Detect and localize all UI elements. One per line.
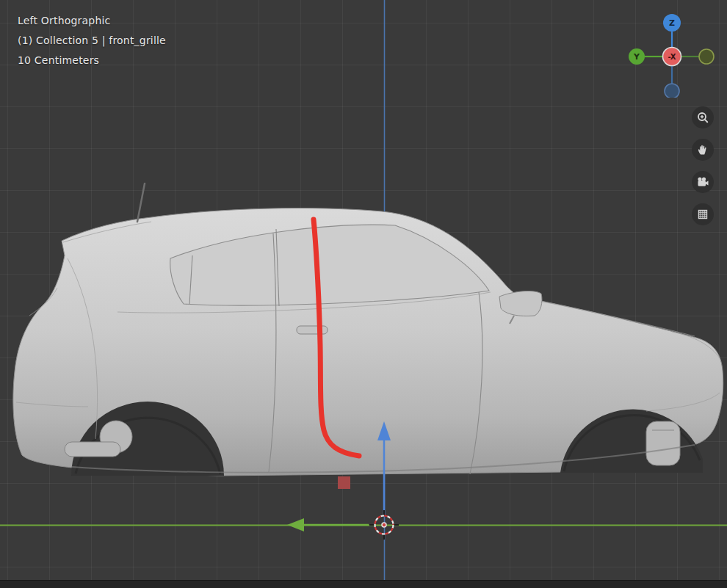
collection-label: (1) Collection 5 | front_grille	[18, 31, 166, 51]
3d-cursor	[369, 510, 399, 540]
grid-button[interactable]	[692, 203, 714, 225]
gizmo-z-axis[interactable]: Z	[663, 14, 681, 32]
car-model[interactable]	[13, 184, 723, 476]
side-mirror	[499, 291, 542, 316]
scale-label: 10 Centimeters	[18, 51, 166, 70]
muffler-part	[65, 442, 120, 457]
view-label: Left Orthographic	[18, 11, 166, 31]
annotation-marker	[338, 476, 350, 489]
gizmo-y-axis[interactable]: Y	[629, 48, 645, 65]
svg-text:Z: Z	[669, 18, 675, 28]
zoom-icon	[696, 111, 709, 124]
svg-text:Y: Y	[633, 52, 640, 62]
svg-text:-X: -X	[668, 53, 676, 61]
bottom-editor-edge	[0, 580, 727, 588]
viewport-header: Left Orthographic (1) Collection 5 | fro…	[18, 11, 166, 70]
door-handle	[297, 326, 328, 334]
front-brake-part	[646, 421, 680, 465]
grid-icon	[696, 208, 709, 221]
camera-view-button[interactable]	[692, 171, 714, 193]
navigation-gizmo[interactable]: Z Y -X	[626, 7, 717, 98]
gizmo-neg-x-axis[interactable]: -X	[663, 48, 681, 66]
viewport-canvas[interactable]	[0, 0, 727, 588]
hand-icon	[696, 143, 709, 156]
pan-button[interactable]	[692, 139, 714, 161]
camera-icon	[696, 175, 709, 189]
gizmo-neg-z-axis[interactable]	[665, 84, 679, 98]
zoom-button[interactable]	[692, 106, 714, 128]
move-gizmo-y-handle[interactable]	[287, 518, 369, 531]
antenna	[137, 184, 145, 222]
gizmo-neg-y-axis[interactable]	[699, 49, 714, 64]
viewport-toolbar	[692, 106, 714, 236]
